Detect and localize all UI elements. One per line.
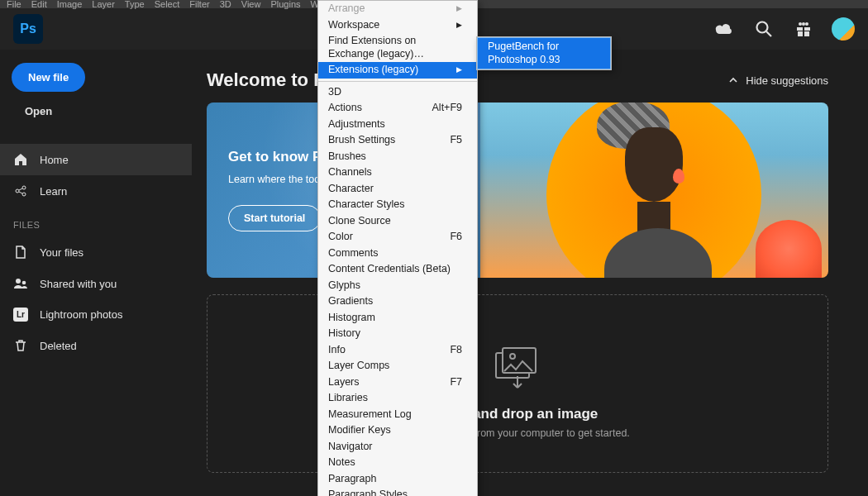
window-menu-item[interactable]: Notes: [318, 455, 477, 471]
window-menu-item[interactable]: Layer Comps: [318, 358, 477, 374]
cloud-icon[interactable]: [713, 17, 736, 41]
window-menu-item[interactable]: LayersF7: [318, 374, 477, 391]
window-menu-item[interactable]: Navigator: [318, 439, 477, 455]
sidebar-item-label: Home: [40, 154, 69, 166]
window-menu-item[interactable]: Content Credentials (Beta): [318, 261, 477, 278]
sidebar-item-deleted[interactable]: Deleted: [0, 330, 192, 361]
svg-rect-6: [802, 22, 805, 26]
menu-select[interactable]: Select: [155, 0, 180, 9]
svg-rect-2: [797, 27, 803, 31]
new-file-button[interactable]: New file: [12, 63, 85, 92]
menu-3d[interactable]: 3D: [220, 0, 231, 9]
menu-layer[interactable]: Layer: [92, 0, 115, 9]
window-menu-item[interactable]: ColorF6: [318, 229, 477, 246]
menu-edit[interactable]: Edit: [31, 0, 47, 9]
window-menu-item[interactable]: Character: [318, 181, 477, 198]
window-menu-item[interactable]: ActionsAlt+F9: [318, 100, 477, 117]
trash-icon: [13, 338, 28, 353]
window-menu-dropdown[interactable]: Arrange▶Workspace▶Find Extensions on Exc…: [317, 0, 478, 496]
window-menu-item[interactable]: Measurement Log: [318, 407, 477, 423]
hero-artwork: [480, 103, 828, 278]
menu-file[interactable]: File: [7, 0, 21, 9]
sidebar-item-label: Lightroom photos: [40, 308, 122, 321]
gift-icon[interactable]: [792, 17, 815, 41]
window-menu-item[interactable]: Character Styles: [318, 197, 477, 213]
svg-point-10: [22, 186, 26, 189]
svg-point-14: [16, 279, 21, 284]
start-tutorial-button[interactable]: Start tutorial: [228, 205, 321, 231]
main-content: Welcome to Photoshop Hide suggestions Ge…: [192, 50, 868, 496]
sidebar-item-label: Your files: [40, 246, 83, 259]
svg-rect-7: [799, 22, 802, 26]
window-menu-item[interactable]: Brush SettingsF5: [318, 132, 477, 149]
file-icon: [13, 245, 28, 260]
hero-banner: Get to know Photoshop Learn where the to…: [207, 103, 828, 278]
menu-type[interactable]: Type: [125, 0, 145, 9]
sidebar-item-home[interactable]: Home: [0, 144, 192, 175]
menu-image[interactable]: Image: [57, 0, 83, 9]
svg-point-15: [22, 281, 26, 285]
submenu-item-pugetbench[interactable]: PugetBench for Photoshop 0.93: [478, 38, 610, 69]
menu-filter[interactable]: Filter: [189, 0, 209, 9]
menu-view[interactable]: View: [241, 0, 261, 9]
window-menu-item[interactable]: Workspace▶: [318, 17, 477, 34]
hide-suggestions-button[interactable]: Hide suggestions: [727, 74, 828, 87]
chevron-up-icon: [727, 74, 739, 86]
svg-rect-3: [804, 27, 810, 31]
svg-line-13: [19, 192, 22, 193]
image-drop-icon: [493, 345, 542, 391]
svg-point-11: [22, 193, 26, 196]
window-menu-item[interactable]: Adjustments: [318, 117, 477, 133]
svg-line-12: [19, 188, 22, 190]
learn-icon: [13, 184, 28, 198]
lightroom-icon: Lr: [13, 308, 28, 322]
sidebar-item-label: Learn: [40, 185, 67, 198]
window-menu-item[interactable]: Paragraph: [318, 471, 477, 488]
sidebar-item-your-files[interactable]: Your files: [0, 236, 192, 268]
window-menu-item[interactable]: Glyphs: [318, 278, 477, 294]
window-menu-item[interactable]: Brushes: [318, 149, 477, 165]
window-menu-item[interactable]: Libraries: [318, 390, 477, 407]
window-menu-item[interactable]: Gradients: [318, 293, 477, 310]
svg-rect-5: [804, 31, 809, 36]
svg-rect-8: [805, 22, 808, 26]
window-menu-item[interactable]: Find Extensions on Exchange (legacy)…: [318, 33, 477, 62]
sidebar-item-lightroom[interactable]: Lr Lightroom photos: [0, 299, 192, 330]
window-menu-item[interactable]: Arrange▶: [318, 1, 477, 17]
window-menu-item[interactable]: Paragraph Styles: [318, 487, 477, 496]
sidebar-item-label: Shared with you: [40, 278, 117, 290]
window-menu-item[interactable]: InfoF8: [318, 342, 477, 359]
drop-subtitle: Or select a file from your computer to g…: [224, 427, 811, 439]
home-icon: [13, 152, 28, 167]
window-menu-item[interactable]: Extensions (legacy)▶: [318, 62, 477, 79]
svg-point-0: [757, 22, 768, 33]
shared-icon: [13, 276, 28, 291]
files-section-header: FILES: [0, 213, 192, 236]
photoshop-logo: Ps: [13, 14, 43, 44]
svg-point-9: [16, 189, 19, 193]
window-menu-item[interactable]: Comments: [318, 246, 477, 262]
open-button[interactable]: Open: [12, 98, 65, 124]
window-menu-item[interactable]: Modifier Keys: [318, 422, 477, 439]
window-menu-item[interactable]: Channels: [318, 165, 477, 181]
sidebar-item-shared[interactable]: Shared with you: [0, 268, 192, 299]
window-menu-item[interactable]: Histogram: [318, 310, 477, 327]
sidebar-item-learn[interactable]: Learn: [0, 175, 192, 207]
user-avatar[interactable]: [832, 17, 855, 41]
extensions-submenu[interactable]: PugetBench for Photoshop 0.93: [476, 36, 612, 70]
window-menu-item[interactable]: History: [318, 326, 477, 342]
drop-title: Drag and drop an image: [224, 406, 811, 422]
window-menu-item[interactable]: Clone Source: [318, 213, 477, 230]
sidebar-item-label: Deleted: [40, 340, 77, 352]
svg-line-1: [766, 31, 771, 36]
hide-suggestions-label: Hide suggestions: [746, 74, 828, 87]
window-menu-item[interactable]: 3D: [318, 84, 477, 101]
drop-zone[interactable]: Drag and drop an image Or select a file …: [207, 294, 828, 473]
menu-plugins[interactable]: Plugins: [270, 0, 300, 9]
search-icon[interactable]: [752, 17, 775, 41]
sidebar: New file Open Home Learn FILES Your file…: [0, 50, 192, 496]
svg-rect-4: [798, 31, 803, 36]
